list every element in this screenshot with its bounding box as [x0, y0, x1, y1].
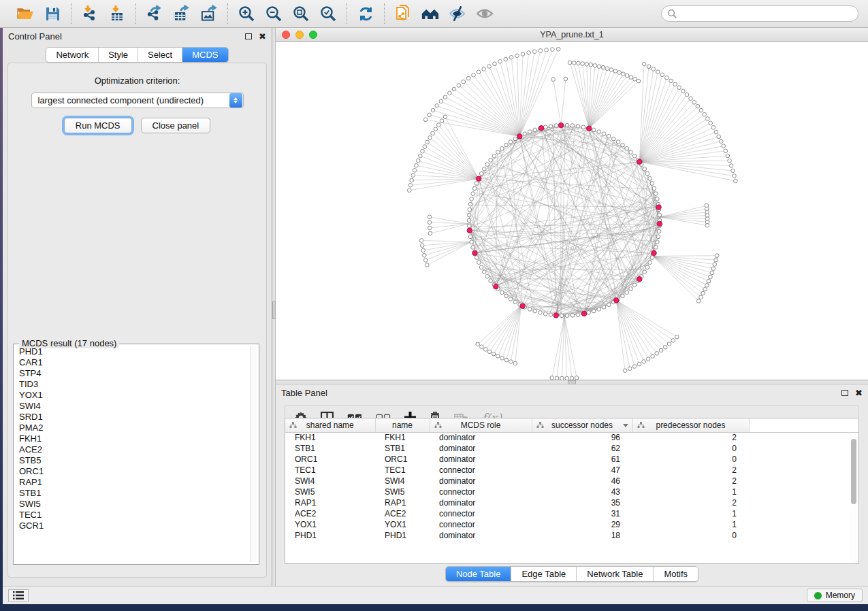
cell-successor-nodes[interactable]: 31	[532, 508, 632, 519]
mcds-node[interactable]	[517, 134, 522, 139]
open-file-icon[interactable]	[16, 5, 34, 22]
mcds-result-item[interactable]: FKH1	[16, 433, 249, 444]
graph-node[interactable]	[533, 309, 537, 313]
graph-node[interactable]	[554, 124, 558, 128]
column-header-successor-nodes[interactable]: successor nodes	[532, 418, 632, 432]
graph-node[interactable]	[643, 270, 647, 274]
mcds-node[interactable]	[472, 250, 477, 255]
cell-MCDS-role[interactable]: connector	[430, 486, 532, 497]
graph-node[interactable]	[421, 248, 425, 252]
graph-node[interactable]	[696, 104, 700, 108]
mcds-result-item[interactable]: SWI4	[16, 401, 249, 412]
graph-node[interactable]	[492, 154, 496, 159]
graph-node[interactable]	[709, 275, 713, 279]
cell-shared-name[interactable]: ACE2	[285, 508, 375, 519]
graph-node[interactable]	[709, 121, 713, 125]
graph-node[interactable]	[621, 143, 625, 147]
graph-node[interactable]	[485, 163, 489, 167]
graph-node[interactable]	[468, 202, 472, 206]
graph-node[interactable]	[652, 186, 656, 191]
graph-node[interactable]	[576, 313, 580, 317]
graph-node[interactable]	[470, 240, 474, 244]
graph-node[interactable]	[720, 139, 724, 144]
tab-network-table[interactable]: Network Table	[577, 567, 654, 581]
graph-node[interactable]	[587, 311, 591, 315]
graph-node[interactable]	[656, 235, 660, 239]
mcds-node[interactable]	[614, 298, 619, 303]
tab-network[interactable]: Network	[46, 48, 99, 62]
graph-node[interactable]	[504, 294, 509, 298]
graph-node[interactable]	[485, 274, 489, 278]
graph-node[interactable]	[677, 86, 681, 90]
mcds-result-item[interactable]: YOX1	[16, 390, 249, 401]
graph-node[interactable]	[664, 76, 669, 80]
cell-name[interactable]: SWI5	[375, 486, 430, 497]
close-panel-icon[interactable]: ✖	[259, 32, 266, 41]
graph-node[interactable]	[479, 265, 483, 269]
graph-node[interactable]	[528, 308, 532, 312]
graph-node[interactable]	[498, 60, 502, 64]
graph-node[interactable]	[527, 51, 531, 55]
cell-shared-name[interactable]: RAP1	[285, 497, 375, 508]
mcds-result-item[interactable]: SRD1	[16, 412, 249, 423]
graph-node[interactable]	[592, 309, 596, 313]
graph-node[interactable]	[467, 224, 471, 228]
zoom-out-icon[interactable]	[265, 5, 283, 22]
graph-node[interactable]	[489, 279, 493, 283]
graph-node[interactable]	[689, 97, 693, 101]
graph-node[interactable]	[667, 342, 671, 346]
tab-motifs[interactable]: Motifs	[654, 567, 698, 581]
graph-node[interactable]	[658, 213, 662, 217]
graph-node[interactable]	[470, 197, 474, 201]
graph-node[interactable]	[654, 192, 658, 196]
graph-node[interactable]	[416, 159, 420, 163]
cell-shared-name[interactable]: SWI5	[285, 486, 375, 497]
cell-name[interactable]: ACE2	[375, 508, 430, 519]
column-header-MCDS-role[interactable]: MCDS role	[430, 418, 532, 432]
graph-node[interactable]	[415, 163, 419, 167]
graph-node[interactable]	[509, 297, 513, 301]
graph-node[interactable]	[570, 376, 574, 380]
graph-node[interactable]	[423, 145, 427, 149]
graph-node[interactable]	[482, 167, 486, 171]
table-row[interactable]: YOX1YOX1connector291	[285, 519, 858, 530]
graph-node[interactable]	[616, 140, 620, 144]
cell-name[interactable]: YOX1	[375, 519, 430, 530]
graph-node[interactable]	[724, 149, 728, 153]
criterion-select[interactable]: largest connected component (undirected)	[31, 93, 244, 108]
graph-node[interactable]	[703, 112, 707, 116]
mcds-result-item[interactable]: ORC1	[16, 466, 249, 477]
graph-node[interactable]	[607, 134, 611, 138]
graph-node[interactable]	[655, 352, 659, 356]
mcds-result-list[interactable]: PHD1CAR1STP4TID3YOX1SWI4SRD1PMA2FKH1ACE2…	[16, 346, 249, 562]
graph-node[interactable]	[421, 149, 425, 153]
graph-node[interactable]	[663, 345, 667, 349]
cell-shared-name[interactable]: ORC1	[285, 454, 375, 465]
graph-node[interactable]	[625, 73, 629, 78]
graph-node[interactable]	[467, 213, 471, 217]
table-row[interactable]: SWI4SWI4dominator462	[285, 476, 858, 486]
graph-node[interactable]	[515, 54, 519, 58]
graph-node[interactable]	[418, 154, 422, 158]
graph-node[interactable]	[437, 123, 441, 127]
mcds-result-item[interactable]: CAR1	[16, 357, 249, 368]
graph-node[interactable]	[589, 63, 593, 67]
cell-predecessor-nodes[interactable]: 1	[632, 486, 749, 497]
graph-node[interactable]	[428, 113, 432, 117]
zoom-fit-icon[interactable]	[292, 5, 310, 22]
cell-predecessor-nodes[interactable]: 2	[632, 476, 749, 486]
graph-node[interactable]	[701, 291, 705, 295]
graph-node[interactable]	[656, 197, 660, 201]
cell-successor-nodes[interactable]: 35	[532, 497, 632, 508]
cell-MCDS-role[interactable]: connector	[430, 465, 532, 476]
graph-node[interactable]	[493, 62, 497, 66]
graph-node[interactable]	[715, 254, 719, 258]
cell-predecessor-nodes[interactable]: 1	[632, 519, 749, 530]
table-row[interactable]: TEC1TEC1connector472	[285, 465, 858, 476]
graph-node[interactable]	[711, 267, 716, 271]
mcds-node[interactable]	[539, 125, 543, 130]
cell-successor-nodes[interactable]: 43	[532, 486, 632, 497]
graph-node[interactable]	[728, 159, 732, 163]
graph-node[interactable]	[648, 261, 652, 265]
graph-node[interactable]	[509, 360, 513, 364]
